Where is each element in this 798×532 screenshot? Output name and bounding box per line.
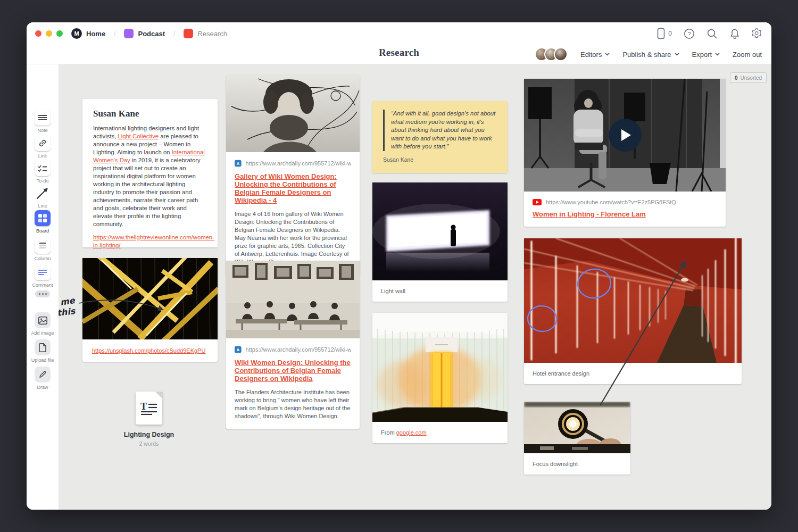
- device-count: 0: [668, 30, 672, 37]
- tool-upload-file[interactable]: Upload file: [27, 339, 59, 363]
- chevron-down-icon: [715, 53, 720, 56]
- search-icon[interactable]: [706, 28, 718, 39]
- image-card-elevator[interactable]: From google.com: [372, 313, 508, 443]
- notifications-bell-icon[interactable]: [729, 28, 740, 39]
- link-title[interactable]: Wiki Women Design: Unlocking the Contrib…: [235, 359, 351, 383]
- quote-card[interactable]: “And with it all, good design's not abou…: [372, 101, 508, 173]
- portrait-photo-image[interactable]: [226, 74, 360, 152]
- image-caption: Focus downslight: [524, 453, 630, 475]
- play-icon: [621, 129, 631, 141]
- image-caption: Hotel entrance design: [524, 363, 742, 384]
- video-thumbnail[interactable]: [524, 79, 726, 192]
- more-tools-icon: [35, 290, 50, 297]
- light-wall-image[interactable]: [372, 182, 508, 280]
- editors-dropdown[interactable]: Editors: [580, 51, 610, 59]
- breadcrumb-podcast[interactable]: Podcast: [138, 30, 165, 38]
- tool-column[interactable]: Column: [27, 238, 59, 261]
- tool-draw[interactable]: Draw: [27, 367, 59, 390]
- hotel-corridor-image[interactable]: [524, 238, 742, 363]
- editors-label: Editors: [580, 51, 602, 59]
- tool-label: Note: [37, 128, 47, 133]
- export-dropdown[interactable]: Export: [692, 51, 720, 59]
- archdaily-favicon: A: [235, 346, 242, 353]
- mobile-device-icon[interactable]: [657, 28, 665, 39]
- breadcrumb-home[interactable]: Home: [86, 30, 105, 38]
- publish-share-label: Publish & share: [622, 51, 671, 59]
- tool-label: Draw: [37, 385, 48, 390]
- tool-sidebar: Note Link To-do Line Board: [27, 64, 59, 510]
- link-title[interactable]: Gallery of Wiki Women Design: Unlocking …: [235, 172, 351, 204]
- settings-gear-icon[interactable]: [752, 28, 763, 39]
- tool-link[interactable]: Link: [27, 135, 59, 159]
- tool-label: Column: [34, 256, 51, 261]
- video-title-link[interactable]: Women in Lighting - Florence Lam: [533, 210, 717, 218]
- unsorted-count: 0: [735, 75, 738, 81]
- classroom-photo-image[interactable]: [226, 261, 360, 338]
- tool-note[interactable]: Note: [27, 110, 59, 133]
- link-url: https://www.archdaily.com/955712/wiki-wo…: [246, 160, 351, 167]
- help-icon[interactable]: ?: [684, 28, 695, 39]
- document-word-count: 2 words: [139, 440, 159, 447]
- breadcrumb: M Home / Podcast / Research: [71, 28, 227, 39]
- tool-more[interactable]: [27, 290, 59, 297]
- image-card-gold[interactable]: https://unsplash.com/photos/cSudd9EKgPU: [82, 258, 218, 362]
- note-title: Susan Kane: [93, 109, 207, 119]
- image-caption: From google.com: [372, 422, 508, 443]
- tool-comment[interactable]: Comment: [27, 264, 59, 288]
- document-icon[interactable]: T: [136, 392, 162, 425]
- svg-text:?: ?: [687, 30, 691, 37]
- breadcrumb-separator: /: [173, 30, 175, 37]
- export-label: Export: [692, 51, 712, 59]
- tool-add-image[interactable]: Add image: [27, 312, 59, 336]
- video-card[interactable]: https://www.youtube.com/watch?v=E2z5PG8F…: [524, 79, 726, 227]
- unsorted-label: Unsorted: [741, 75, 762, 81]
- tool-label: Upload file: [31, 358, 54, 363]
- note-inline-link[interactable]: Light Collective: [118, 133, 159, 139]
- note-icon: [35, 110, 51, 126]
- tool-label: Board: [36, 228, 49, 234]
- tool-board[interactable]: Board: [27, 210, 59, 234]
- document-title: Lighting Design: [124, 431, 174, 438]
- line-arrow-icon: [35, 185, 51, 201]
- tool-label: Comment: [32, 282, 53, 288]
- note-body: International lighting designers and lig…: [93, 124, 207, 228]
- youtube-icon: [533, 199, 542, 205]
- tool-label: To-do: [37, 178, 49, 184]
- podcast-board-icon[interactable]: [124, 29, 134, 38]
- image-card-corridor[interactable]: Hotel entrance design: [524, 238, 742, 384]
- link-card-gallery[interactable]: A https://www.archdaily.com/955712/wiki-…: [226, 74, 360, 275]
- image-card-light-wall[interactable]: Light wall: [372, 182, 508, 302]
- breadcrumb-research[interactable]: Research: [197, 30, 227, 38]
- milanote-logo-icon[interactable]: M: [71, 28, 82, 39]
- publish-share-dropdown[interactable]: Publish & share: [622, 51, 679, 59]
- gold-sculpture-image[interactable]: [82, 258, 218, 339]
- note-card-susan-kane[interactable]: Susan Kane International lighting design…: [82, 99, 218, 247]
- document-card-lighting-design[interactable]: T Lighting Design 2 words: [106, 392, 192, 447]
- link-description: Image 4 of 16 from gallery of Wiki Women…: [235, 210, 351, 266]
- research-board-icon[interactable]: [184, 29, 193, 38]
- elevator-image[interactable]: [372, 313, 508, 422]
- page-fold-corner: [155, 392, 162, 398]
- spotlight-image[interactable]: [524, 402, 630, 453]
- image-caption: Light wall: [372, 280, 508, 302]
- caption-text: From: [381, 429, 396, 436]
- quote-attribution: Susan Kane: [383, 156, 497, 163]
- unsorted-badge[interactable]: 0 Unsorted: [730, 72, 767, 83]
- image-card-downlight[interactable]: Focus downslight: [524, 402, 630, 475]
- comment-icon: [35, 264, 51, 280]
- zoom-out-button[interactable]: Zoom out: [733, 51, 762, 59]
- note-url-link[interactable]: https://www.thelightreviewonline.com/wom…: [93, 234, 207, 250]
- editor-avatars[interactable]: [535, 47, 568, 61]
- google-source-link[interactable]: google.com: [396, 429, 427, 436]
- unsplash-url-link[interactable]: https://unsplash.com/photos/cSudd9EKgPU: [92, 347, 205, 354]
- column-icon: [35, 238, 51, 254]
- minimize-window-button[interactable]: [46, 30, 52, 37]
- play-button[interactable]: [609, 119, 642, 152]
- tool-line[interactable]: Line: [27, 185, 59, 209]
- link-source-row: A https://www.archdaily.com/955712/wiki-…: [235, 160, 351, 167]
- avatar[interactable]: [554, 47, 568, 61]
- link-card-wiki[interactable]: A https://www.archdaily.com/955712/wiki-…: [226, 261, 360, 429]
- zoom-window-button[interactable]: [56, 30, 63, 37]
- tool-todo[interactable]: To-do: [27, 160, 59, 184]
- close-window-button[interactable]: [35, 30, 41, 37]
